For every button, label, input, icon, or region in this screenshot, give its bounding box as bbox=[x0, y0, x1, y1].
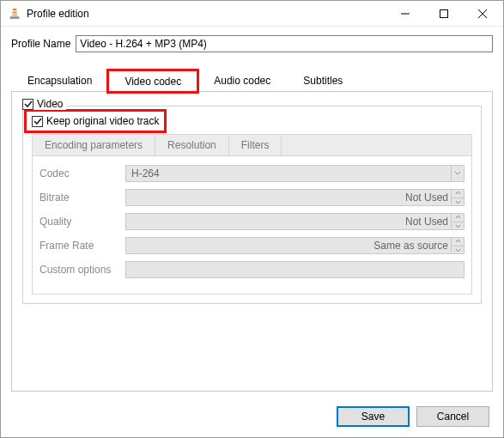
titlebar: Profile edition bbox=[1, 1, 503, 27]
framerate-value: Same as source bbox=[373, 240, 448, 252]
custom-row: Custom options bbox=[39, 261, 465, 278]
chevron-down-icon bbox=[451, 165, 464, 182]
quality-row: Quality Not Used bbox=[39, 213, 465, 230]
tabstrip: Encapsulation Video codec Audio codec Su… bbox=[11, 70, 493, 91]
codec-row: Codec H-264 bbox=[39, 165, 465, 182]
custom-options-input[interactable] bbox=[125, 261, 465, 278]
save-button[interactable]: Save bbox=[337, 406, 410, 427]
tab-video-codec[interactable]: Video codec bbox=[108, 70, 197, 92]
svg-rect-1 bbox=[12, 13, 17, 14]
minimize-button[interactable] bbox=[386, 1, 424, 26]
bitrate-spinner[interactable]: Not Used bbox=[125, 189, 465, 206]
bitrate-label: Bitrate bbox=[39, 192, 125, 204]
video-checkbox[interactable] bbox=[22, 99, 33, 110]
bitrate-value: Not Used bbox=[405, 192, 448, 204]
keep-original-checkbox[interactable] bbox=[32, 116, 43, 127]
quality-spinner[interactable]: Not Used bbox=[125, 213, 465, 230]
tab-panel-video: Video Keep original video track Encoding… bbox=[11, 91, 493, 392]
tab-audio-codec[interactable]: Audio codec bbox=[197, 70, 287, 91]
keep-original-label: Keep original video track bbox=[46, 115, 159, 127]
tab-encapsulation[interactable]: Encapsulation bbox=[11, 70, 108, 91]
svg-rect-2 bbox=[440, 9, 447, 17]
framerate-row: Frame Rate Same as source bbox=[39, 237, 465, 254]
subtab-filters[interactable]: Filters bbox=[229, 135, 282, 155]
framerate-label: Frame Rate bbox=[39, 240, 125, 252]
app-icon bbox=[8, 7, 21, 21]
profile-name-input[interactable] bbox=[76, 35, 493, 52]
profile-name-row: Profile Name bbox=[1, 27, 503, 56]
custom-label: Custom options bbox=[39, 264, 125, 276]
subtab-encoding[interactable]: Encoding parameters bbox=[33, 135, 155, 155]
keep-original-row: Keep original video track bbox=[28, 113, 162, 129]
close-button[interactable] bbox=[463, 1, 501, 26]
cancel-button[interactable]: Cancel bbox=[416, 406, 489, 427]
video-checkbox-label: Video bbox=[37, 98, 63, 110]
maximize-button[interactable] bbox=[424, 1, 463, 26]
video-groupbox: Video Keep original video track Encoding… bbox=[22, 106, 482, 304]
spinner-icon bbox=[451, 189, 464, 206]
framerate-spinner[interactable]: Same as source bbox=[125, 237, 465, 254]
subtabstrip: Encoding parameters Resolution Filters bbox=[32, 134, 472, 155]
tab-subtitles[interactable]: Subtitles bbox=[287, 70, 359, 91]
codec-label: Codec bbox=[39, 167, 125, 179]
quality-label: Quality bbox=[39, 216, 125, 228]
encoding-panel: Codec H-264 Bitrate Not Used bbox=[32, 155, 472, 295]
codec-select[interactable]: H-264 bbox=[125, 165, 465, 182]
quality-value: Not Used bbox=[405, 216, 448, 228]
spinner-icon bbox=[451, 213, 464, 230]
profile-name-label: Profile Name bbox=[11, 38, 70, 50]
codec-value: H-264 bbox=[131, 167, 160, 179]
bitrate-row: Bitrate Not Used bbox=[39, 189, 465, 206]
window-title: Profile edition bbox=[27, 8, 89, 20]
subtab-resolution[interactable]: Resolution bbox=[155, 135, 229, 155]
spinner-icon bbox=[451, 237, 464, 254]
footer: Save Cancel bbox=[337, 406, 489, 427]
svg-rect-0 bbox=[13, 10, 17, 11]
